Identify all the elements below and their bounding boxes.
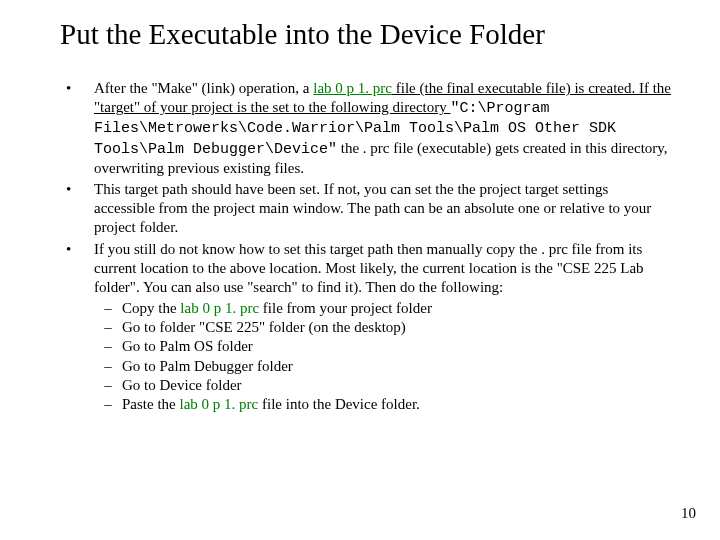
text-fragment: After the "Make" (link) operation, a <box>94 80 313 96</box>
sub-item: – Paste the lab 0 p 1. prc file into the… <box>94 395 672 414</box>
sub-item: – Go to folder "CSE 225" folder (on the … <box>94 318 672 337</box>
sub-item: – Go to Palm Debugger folder <box>94 357 672 376</box>
page-number: 10 <box>681 505 696 522</box>
dash-marker: – <box>94 376 122 395</box>
text-fragment: file into the Device folder. <box>258 396 420 412</box>
text-fragment: file from your project folder <box>259 300 432 316</box>
bullet-item: • If you still do not know how to set th… <box>60 240 672 415</box>
slide: Put the Executable into the Device Folde… <box>0 0 720 540</box>
sub-item: – Copy the lab 0 p 1. prc file from your… <box>94 299 672 318</box>
bullet-list: • After the "Make" (link) operation, a l… <box>60 79 672 414</box>
bullet-text: This target path should have been set. I… <box>94 180 672 238</box>
bullet-text: After the "Make" (link) operation, a lab… <box>94 79 672 178</box>
dash-marker: – <box>94 337 122 356</box>
bullet-marker: • <box>60 240 94 415</box>
prc-filename: lab 0 p 1. prc <box>180 396 259 412</box>
sub-text: Go to Device folder <box>122 376 672 395</box>
sub-text: Paste the lab 0 p 1. prc file into the D… <box>122 395 672 414</box>
sub-text: Go to Palm Debugger folder <box>122 357 672 376</box>
sub-list: – Copy the lab 0 p 1. prc file from your… <box>94 299 672 414</box>
sub-text: Copy the lab 0 p 1. prc file from your p… <box>122 299 672 318</box>
bullet-item: • This target path should have been set.… <box>60 180 672 238</box>
sub-text: Go to Palm OS folder <box>122 337 672 356</box>
bullet-marker: • <box>60 180 94 238</box>
bullet-text: If you still do not know how to set this… <box>94 240 672 415</box>
sub-text: Go to folder "CSE 225" folder (on the de… <box>122 318 672 337</box>
bullet-item: • After the "Make" (link) operation, a l… <box>60 79 672 178</box>
text-fragment: If you still do not know how to set this… <box>94 241 644 295</box>
dash-marker: – <box>94 299 122 318</box>
prc-filename: lab 0 p 1. prc <box>313 80 392 96</box>
prc-filename: lab 0 p 1. prc <box>180 300 259 316</box>
dash-marker: – <box>94 318 122 337</box>
bullet-marker: • <box>60 79 94 178</box>
dash-marker: – <box>94 357 122 376</box>
slide-title: Put the Executable into the Device Folde… <box>60 18 672 51</box>
dash-marker: – <box>94 395 122 414</box>
text-fragment: Paste the <box>122 396 180 412</box>
text-fragment: Copy the <box>122 300 180 316</box>
sub-item: – Go to Palm OS folder <box>94 337 672 356</box>
sub-item: – Go to Device folder <box>94 376 672 395</box>
